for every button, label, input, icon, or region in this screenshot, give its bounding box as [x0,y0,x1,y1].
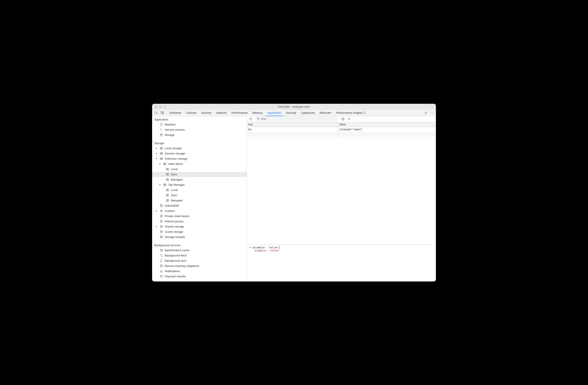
svg-rect-1 [161,112,163,113]
svg-point-25 [161,211,161,211]
sidebar-item-payment-handler[interactable]: Payment handler [152,274,247,279]
sidebar-item-storage[interactable]: Storage [152,133,247,138]
sidebar-item-label: Back/forward cache [165,249,189,252]
sidebar-item-notifications[interactable]: Notifications [152,269,247,274]
svg-point-23 [161,210,161,211]
sidebar-item-label: Service workers [165,128,185,131]
database-icon [160,220,163,223]
sidebar-item-label: Cache storage [165,230,183,233]
tab-security[interactable]: Security [284,110,298,116]
sidebar-item-service-workers[interactable]: Service workers [152,127,247,133]
clear-all-button[interactable] [340,116,345,122]
collapse-icon[interactable] [249,246,251,249]
expand-icon [155,210,158,212]
storage-viewer: Key Value foo {"example":"value"} {examp… [247,116,436,281]
sidebar-item-tab-manager[interactable]: Tab Manager [152,182,247,187]
tab-application[interactable]: Application [265,110,284,116]
tab-elements[interactable]: Elements [167,110,184,116]
sidebar-item-local[interactable]: Local [152,167,247,172]
sidebar-item-pst[interactable]: Private state tokens [152,214,247,219]
sidebar-item-extension-storage[interactable]: Extension storage [152,156,247,161]
application-sidebar: Application Manifest Service workers Sto… [152,116,247,281]
tab-sources[interactable]: Sources [199,110,214,116]
sidebar-item-bfcache[interactable]: Back/forward cache [152,248,247,253]
svg-point-5 [432,113,432,113]
table-icon [163,183,167,187]
sidebar-item-tm-local[interactable]: Local [152,187,247,193]
table-icon [163,162,167,166]
refresh-button[interactable] [248,116,253,122]
table-icon [160,157,163,160]
tab-performance-insights-label: Performance insights [336,111,362,114]
database-icon [160,264,163,268]
sidebar-item-bgfetch[interactable]: Background fetch [152,253,247,258]
sidebar-item-shared-storage[interactable]: Shared storage [152,224,247,229]
sidebar-item-indexeddb[interactable]: IndexedDB [152,203,247,208]
sidebar-item-interest[interactable]: Interest groups [152,219,247,224]
tab-network[interactable]: Network [214,110,229,116]
svg-point-7 [160,129,161,130]
object-summary[interactable]: {example: "value"} [252,246,280,249]
svg-point-4 [432,112,432,112]
section-application: Application [152,116,247,122]
sidebar-item-label: Sync [171,173,177,176]
window-titlebar: DevTools - example.com/ [152,104,436,110]
cell-key[interactable]: foo [247,127,338,132]
sidebar-item-label: Managed [171,199,183,202]
svg-point-32 [160,249,162,250]
sidebar-item-sync[interactable]: Sync [152,172,247,177]
sidebar-item-tm-managed[interactable]: Managed [152,198,247,203]
grid-body: foo {"example":"value"} [247,127,436,245]
close-window-button[interactable] [155,106,158,108]
inspect-element-button[interactable] [153,110,159,116]
sidebar-item-session-storage[interactable]: Session storage [152,151,247,156]
column-header-value[interactable]: Value [338,122,436,127]
delete-button[interactable] [346,116,352,122]
sidebar-item-hello-world[interactable]: Hello World [152,161,247,167]
cookie-icon [160,209,163,213]
filter-input[interactable] [261,117,336,120]
tab-lighthouse[interactable]: Lighthouse [298,110,317,116]
zoom-window-button[interactable] [164,106,166,108]
column-header-key[interactable]: Key [247,122,338,127]
table-icon [166,188,169,192]
sidebar-item-storage-buckets[interactable]: Storage buckets [152,234,247,240]
svg-point-31 [160,236,162,237]
table-icon [166,167,169,171]
tab-memory[interactable]: Memory [250,110,265,116]
sidebar-item-local-storage[interactable]: Local storage [152,146,247,151]
collapse-icon [155,158,158,160]
tab-recorder[interactable]: Recorder [317,110,334,116]
tab-performance-insights[interactable]: Performance insights [334,110,369,116]
device-toggle-button[interactable] [159,110,165,116]
sidebar-item-managed[interactable]: Managed [152,177,247,182]
table-icon [160,152,163,155]
sidebar-item-cookies[interactable]: Cookies [152,208,247,214]
sidebar-item-label: Cookies [165,209,175,212]
sidebar-item-manifest[interactable]: Manifest [152,122,247,127]
tab-console[interactable]: Console [184,110,199,116]
table-row-empty [247,132,436,136]
sidebar-item-bounce[interactable]: Bounce tracking mitigations [152,263,247,269]
collapse-icon [159,183,161,186]
sidebar-item-cache-storage[interactable]: Cache storage [152,229,247,234]
table-icon [166,178,169,181]
table-row[interactable]: foo {"example":"value"} [247,127,436,132]
database-icon [160,225,163,228]
filter-box[interactable] [255,116,338,121]
card-icon [160,275,163,278]
more-options-button[interactable] [429,110,435,116]
sidebar-item-label: Interest groups [165,220,184,223]
property-value: "value" [269,249,280,252]
cell-value[interactable]: {"example":"value"} [338,127,436,132]
bell-icon [160,270,163,273]
sidebar-item-bgsync[interactable]: Background sync [152,258,247,263]
tab-performance[interactable]: Performance [229,110,250,116]
minimize-window-button[interactable] [159,106,162,108]
sidebar-item-label: Background sync [165,259,187,262]
svg-point-6 [432,113,432,114]
sidebar-item-tm-sync[interactable]: Sync [152,193,247,198]
sidebar-item-label: Payment handler [165,275,186,278]
sidebar-item-label: Sync [171,194,177,197]
settings-button[interactable] [423,110,429,116]
